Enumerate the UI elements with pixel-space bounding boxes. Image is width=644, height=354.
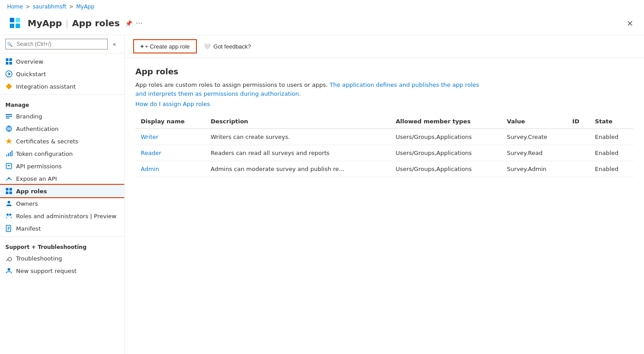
col-header-value: Value	[501, 114, 567, 129]
sidebar-nav: Overview Quickstart Integration assistan…	[0, 53, 124, 279]
quickstart-icon	[5, 70, 12, 77]
svg-rect-17	[9, 188, 12, 191]
cell-description-0: Writers can create surveys.	[205, 129, 391, 145]
sidebar-label-branding: Branding	[16, 113, 42, 120]
breadcrumb-saurabhmsft[interactable]: saurabhmsft	[33, 4, 66, 10]
role-link-2[interactable]: Admin	[141, 166, 159, 172]
token-config-icon	[5, 150, 12, 157]
svg-rect-1	[9, 58, 12, 61]
app-icon	[7, 15, 23, 31]
role-link-0[interactable]: Writer	[141, 134, 159, 140]
sidebar-item-overview[interactable]: Overview	[0, 55, 124, 68]
create-app-role-button[interactable]: + + Create app role	[134, 40, 196, 53]
toolbar: + + Create app role 🤍 Got feedback?	[125, 35, 644, 58]
integration-icon	[5, 83, 12, 90]
how-to-assign-link[interactable]: How do I assign App roles	[135, 101, 210, 107]
feedback-label: Got feedback?	[213, 43, 251, 50]
app-name: MyApp	[28, 18, 62, 28]
support-section-label: Support + Troubleshooting	[0, 239, 124, 252]
svg-point-24	[8, 257, 12, 261]
got-feedback-button[interactable]: 🤍 Got feedback?	[200, 41, 255, 53]
svg-point-22	[9, 214, 12, 216]
breadcrumb-home[interactable]: Home	[7, 4, 23, 10]
how-to-link-container: How do I assign App roles	[135, 101, 633, 107]
page-header: MyApp | App roles 📌 ··· ✕	[0, 13, 644, 35]
sidebar-label-token-config: Token configuration	[16, 151, 73, 157]
table-row: Reader Readers can read all surveys and …	[135, 145, 633, 161]
sidebar-item-expose-api[interactable]: Expose an API	[0, 172, 124, 185]
pin-icon[interactable]: 📌	[125, 20, 132, 27]
create-app-role-label: + Create app role	[145, 43, 190, 50]
breadcrumb-myapp[interactable]: MyApp	[76, 4, 94, 10]
cell-display-name-1: Reader	[135, 145, 205, 161]
cell-description-1: Readers can read all surveys and reports	[205, 145, 391, 161]
sidebar-label-owners: Owners	[16, 200, 38, 207]
page-subtitle: App roles	[72, 18, 120, 28]
sidebar-label-integration: Integration assistant	[16, 83, 76, 90]
sidebar-label-manifest: Manifest	[16, 225, 41, 232]
search-input[interactable]	[5, 39, 108, 49]
sidebar-label-authentication: Authentication	[16, 126, 58, 132]
svg-rect-12	[10, 152, 11, 156]
svg-point-9	[6, 126, 12, 131]
sidebar-item-troubleshooting[interactable]: Troubleshooting	[0, 252, 124, 264]
cell-display-name-0: Writer	[135, 129, 205, 145]
sidebar-label-roles-admin: Roles and administrators | Preview	[16, 213, 116, 220]
sidebar-item-certificates[interactable]: Certificates & secrets	[0, 135, 124, 147]
cell-state-1: Enabled	[590, 145, 633, 161]
page-content: App roles App roles are custom roles to …	[125, 58, 644, 186]
sidebar-label-overview: Overview	[16, 58, 43, 65]
sidebar-item-branding[interactable]: Branding	[0, 110, 124, 122]
close-button[interactable]: ✕	[623, 17, 637, 30]
svg-rect-7	[6, 116, 12, 117]
sidebar-label-app-roles: App roles	[16, 188, 47, 195]
col-header-id: ID	[567, 114, 590, 129]
cell-id-0	[567, 129, 590, 145]
cell-id-2	[567, 161, 590, 177]
svg-rect-16	[6, 188, 8, 191]
svg-rect-19	[9, 191, 12, 194]
collapse-sidebar-button[interactable]: «	[110, 40, 119, 49]
sidebar-item-api-permissions[interactable]: API permissions	[0, 160, 124, 172]
overview-icon	[5, 58, 12, 65]
svg-rect-10	[6, 155, 7, 156]
expose-api-icon	[5, 175, 12, 182]
cell-value-1: Survey.Read	[501, 145, 567, 161]
owners-icon	[5, 200, 12, 207]
manifest-icon	[5, 225, 12, 232]
sidebar-item-integration[interactable]: Integration assistant	[0, 80, 124, 93]
new-support-icon	[5, 267, 12, 274]
sidebar-label-expose-api: Expose an API	[16, 175, 57, 182]
roles-admin-icon	[5, 212, 12, 220]
cell-value-2: Survey.Admin	[501, 161, 567, 177]
svg-point-21	[7, 214, 9, 216]
cell-state-2: Enabled	[590, 161, 633, 177]
sidebar-item-new-support[interactable]: New support request	[0, 264, 124, 277]
cell-allowed-member-1: Users/Groups,Applications	[391, 145, 502, 161]
svg-point-15	[8, 177, 10, 179]
svg-rect-18	[6, 191, 8, 194]
sidebar-label-troubleshooting: Troubleshooting	[16, 255, 62, 262]
cell-value-0: Survey.Create	[501, 129, 567, 145]
sidebar-item-authentication[interactable]: Authentication	[0, 122, 124, 135]
cell-allowed-member-2: Users/Groups,Applications	[391, 161, 502, 177]
more-options-icon[interactable]: ···	[136, 19, 143, 28]
role-link-1[interactable]: Reader	[141, 150, 161, 156]
col-header-description: Description	[205, 114, 391, 129]
sidebar-item-roles-admin[interactable]: Roles and administrators | Preview	[0, 210, 124, 222]
sidebar-item-owners[interactable]: Owners	[0, 197, 124, 210]
cell-state-0: Enabled	[590, 129, 633, 145]
col-header-state: State	[590, 114, 633, 129]
content-description: App roles are custom roles to assign per…	[135, 81, 492, 98]
sidebar-item-manifest[interactable]: Manifest	[0, 222, 124, 235]
authentication-icon	[5, 125, 12, 132]
sidebar-label-api-permissions: API permissions	[16, 163, 61, 170]
sidebar-item-token-config[interactable]: Token configuration	[0, 147, 124, 160]
search-box-container: «	[0, 35, 124, 53]
cell-id-1	[567, 145, 590, 161]
sidebar-item-quickstart[interactable]: Quickstart	[0, 68, 124, 80]
troubleshooting-icon	[5, 255, 12, 262]
plus-icon: +	[140, 43, 144, 50]
col-header-allowed-member: Allowed member types	[391, 114, 502, 129]
sidebar-item-app-roles[interactable]: App roles	[0, 185, 124, 197]
